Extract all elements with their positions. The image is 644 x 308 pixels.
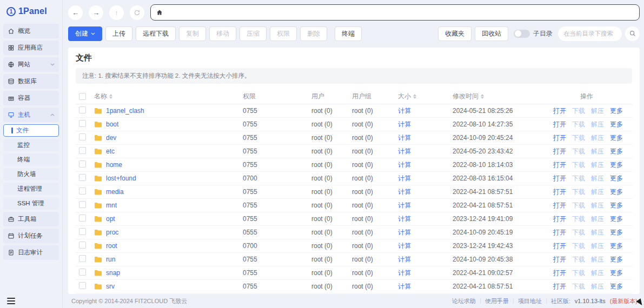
action-more[interactable]: 更多 <box>610 160 623 170</box>
file-name[interactable]: srv <box>106 283 115 290</box>
calculate-size-link[interactable]: 计算 <box>398 256 411 263</box>
file-name[interactable]: proc <box>106 229 118 236</box>
row-checkbox[interactable] <box>79 188 86 195</box>
file-name[interactable]: run <box>106 256 115 263</box>
action-open[interactable]: 打开 <box>553 174 566 183</box>
latest-version-link[interactable]: (最新版本) <box>610 297 638 305</box>
action-more[interactable]: 更多 <box>610 201 623 210</box>
file-name[interactable]: media <box>106 188 124 196</box>
file-name[interactable]: snap <box>106 269 120 277</box>
sidebar-item-appstore[interactable]: 应用商店 <box>3 41 59 55</box>
calculate-size-link[interactable]: 计算 <box>398 188 411 196</box>
action-extract[interactable]: 解压 <box>591 120 604 129</box>
calculate-size-link[interactable]: 计算 <box>398 229 411 236</box>
refresh-button[interactable] <box>130 5 144 20</box>
sidebar-item-toolbox[interactable]: 工具箱 <box>3 212 59 226</box>
sort-icon[interactable] <box>109 94 112 99</box>
action-extract[interactable]: 解压 <box>591 282 604 291</box>
action-extract[interactable]: 解压 <box>591 188 604 197</box>
action-download[interactable]: 下载 <box>572 106 585 116</box>
copy-button[interactable]: 复制 <box>179 26 206 41</box>
action-download[interactable]: 下载 <box>572 120 585 129</box>
move-button[interactable]: 移动 <box>209 26 236 41</box>
row-checkbox[interactable] <box>79 106 86 113</box>
row-checkbox[interactable] <box>79 133 86 140</box>
sidebar-item-monitor[interactable]: 监控 <box>3 139 59 151</box>
subdir-toggle[interactable] <box>514 30 530 38</box>
calculate-size-link[interactable]: 计算 <box>398 107 411 115</box>
action-extract[interactable]: 解压 <box>591 269 604 278</box>
create-button[interactable]: 创建 <box>68 26 102 41</box>
column-header-mtime[interactable]: 修改时间 <box>453 92 546 101</box>
back-button[interactable]: ← <box>68 5 83 20</box>
search-input[interactable] <box>563 30 616 37</box>
sidebar-item-ssh[interactable]: SSH 管理 <box>3 197 59 210</box>
action-more[interactable]: 更多 <box>610 174 623 183</box>
column-header-size[interactable]: 大小 <box>398 92 453 101</box>
calculate-size-link[interactable]: 计算 <box>398 242 411 250</box>
action-download[interactable]: 下载 <box>572 242 585 251</box>
sort-icon[interactable] <box>481 94 484 99</box>
terminal-button[interactable]: 终端 <box>335 26 362 41</box>
calculate-size-link[interactable]: 计算 <box>398 148 411 155</box>
action-download[interactable]: 下载 <box>572 147 585 156</box>
sidebar-item-database[interactable]: 数据库 <box>3 74 59 89</box>
row-checkbox[interactable] <box>79 201 86 208</box>
action-download[interactable]: 下载 <box>572 160 585 170</box>
action-download[interactable]: 下载 <box>572 201 585 210</box>
action-download[interactable]: 下载 <box>572 282 585 291</box>
action-extract[interactable]: 解压 <box>591 106 604 116</box>
up-directory-button[interactable]: ↑ <box>109 5 124 20</box>
row-checkbox[interactable] <box>79 282 86 289</box>
row-checkbox[interactable] <box>79 269 86 276</box>
sidebar-item-host[interactable]: 主机 <box>3 108 59 122</box>
address-bar[interactable] <box>150 4 640 21</box>
action-more[interactable]: 更多 <box>610 255 623 264</box>
footer-link-manual[interactable]: 使用手册 <box>485 297 509 305</box>
sidebar-item-overview[interactable]: 概览 <box>3 24 59 38</box>
sidebar-item-container[interactable]: 容器 <box>3 91 59 105</box>
sidebar-item-website[interactable]: 网站 <box>3 57 59 72</box>
recycle-bin-button[interactable]: 回收站 <box>475 26 508 41</box>
sidebar-collapse-button[interactable] <box>0 294 62 308</box>
footer-link-project[interactable]: 项目地址 <box>518 297 542 305</box>
row-checkbox[interactable] <box>79 255 86 262</box>
action-extract[interactable]: 解压 <box>591 201 604 210</box>
calculate-size-link[interactable]: 计算 <box>398 134 411 142</box>
select-all-checkbox[interactable] <box>79 93 86 100</box>
action-extract[interactable]: 解压 <box>591 255 604 264</box>
file-name[interactable]: etc <box>106 148 115 155</box>
action-extract[interactable]: 解压 <box>591 133 604 143</box>
action-extract[interactable]: 解压 <box>591 228 604 237</box>
action-open[interactable]: 打开 <box>553 201 566 210</box>
upload-button[interactable]: 上传 <box>105 26 132 41</box>
row-checkbox[interactable] <box>79 120 86 127</box>
forward-button[interactable]: → <box>89 5 103 20</box>
calculate-size-link[interactable]: 计算 <box>398 161 411 169</box>
file-name[interactable]: mnt <box>106 202 117 209</box>
action-open[interactable]: 打开 <box>553 120 566 129</box>
action-open[interactable]: 打开 <box>553 242 566 251</box>
action-more[interactable]: 更多 <box>610 147 623 156</box>
action-more[interactable]: 更多 <box>610 106 623 116</box>
file-name[interactable]: root <box>106 242 117 250</box>
sidebar-item-process[interactable]: 进程管理 <box>3 183 59 195</box>
calculate-size-link[interactable]: 计算 <box>398 202 411 209</box>
calculate-size-link[interactable]: 计算 <box>398 283 411 290</box>
brand-logo[interactable]: 1 1Panel <box>0 0 62 23</box>
action-extract[interactable]: 解压 <box>591 147 604 156</box>
row-checkbox[interactable] <box>79 215 86 222</box>
path-input[interactable] <box>167 9 634 16</box>
action-open[interactable]: 打开 <box>553 269 566 278</box>
action-download[interactable]: 下载 <box>572 188 585 197</box>
action-more[interactable]: 更多 <box>610 133 623 143</box>
action-extract[interactable]: 解压 <box>591 174 604 183</box>
row-checkbox[interactable] <box>79 147 86 154</box>
action-open[interactable]: 打开 <box>553 106 566 116</box>
sort-icon[interactable] <box>413 94 416 99</box>
action-open[interactable]: 打开 <box>553 147 566 156</box>
action-more[interactable]: 更多 <box>610 242 623 251</box>
file-name[interactable]: boot <box>106 120 118 128</box>
action-extract[interactable]: 解压 <box>591 160 604 170</box>
compress-button[interactable]: 压缩 <box>240 26 267 41</box>
